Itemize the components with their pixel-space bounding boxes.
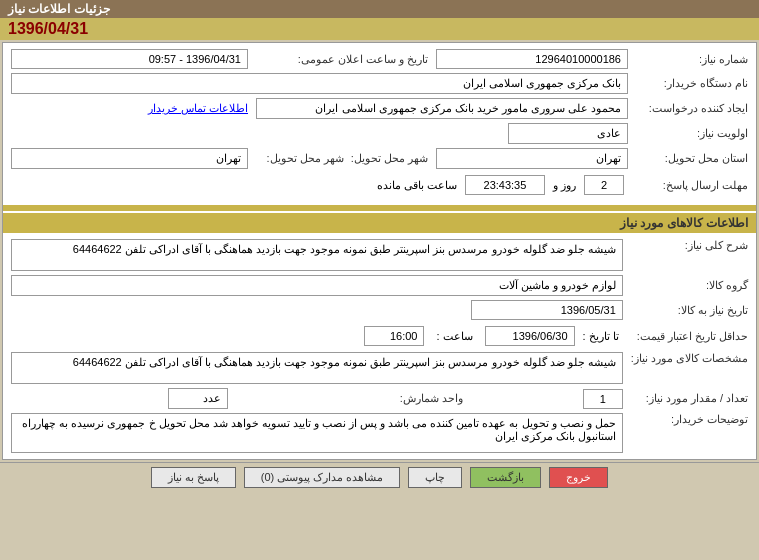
price-date-value: 1396/06/30 xyxy=(485,326,575,346)
bottom-bar: خروج بازگشت چاپ مشاهده مدارک پیوستی (0) … xyxy=(0,462,759,492)
current-date: 1396/04/31 xyxy=(8,20,88,37)
exit-button[interactable]: خروج xyxy=(549,467,608,488)
group-label: گروه کالا: xyxy=(627,273,752,298)
top-bar: جزئیات اطلاعات نیاز xyxy=(0,0,759,18)
buyer-note-value: حمل و نصب و تحویل به عهده تامین کننده می… xyxy=(11,413,623,453)
page-title: جزئیات اطلاعات نیاز xyxy=(8,2,110,16)
delivery-province-label: استان محل تحویل: xyxy=(632,146,752,171)
specs-label: مشخصات کالای مورد نیاز: xyxy=(627,350,752,386)
description-value: شیشه جلو ضد گلوله خودرو مرسدس بنز اسپرین… xyxy=(11,239,623,271)
unit-value: عدد xyxy=(168,388,228,409)
description-label: شرح کلی نیاز: xyxy=(627,237,752,273)
price-time-label: ساعت : xyxy=(428,324,480,348)
priority-label: اولویت نیاز: xyxy=(632,121,752,146)
unit-label: واحد شمارش: xyxy=(232,386,467,411)
goods-section: شرح کلی نیاز: شیشه جلو ضد گلوله خودرو مر… xyxy=(3,233,756,459)
request-number-label: شماره نیاز: xyxy=(632,47,752,71)
requester-label: ایجاد کننده درخواست: xyxy=(632,96,752,121)
reply-button[interactable]: پاسخ به نیاز xyxy=(151,467,236,488)
price-date-label: تا تاریخ : xyxy=(579,324,623,348)
request-number-value: 12964010000186 xyxy=(436,49,628,69)
delivery-province-value: تهران xyxy=(436,148,628,169)
delivery-city-label: شهر محل تحویل: xyxy=(351,152,428,164)
datetime-value: 1396/04/31 - 09:57 xyxy=(11,49,248,69)
price-valid-label: حداقل تاریخ اعتبار قیمت: xyxy=(627,322,752,350)
price-time-value: 16:00 xyxy=(364,326,424,346)
delivery-city-inline-label: شهر محل تحویل: xyxy=(267,152,344,164)
priority-value: عادی xyxy=(508,123,628,144)
delivery-city-value: تهران xyxy=(11,148,248,169)
group-value: لوازم خودرو و ماشین آلات xyxy=(11,275,623,296)
deadline-label: مهلت ارسال پاسخ: xyxy=(632,171,752,199)
deadline-time-label: ساعت باقی مانده xyxy=(373,173,461,197)
buyer-org-value: بانک مرکزی جمهوری اسلامی ایران xyxy=(11,73,628,94)
requester-value: محمود علی سروری مامور خرید بانک مرکزی جم… xyxy=(256,98,628,119)
print-button[interactable]: چاپ xyxy=(408,467,462,488)
date-header: 1396/04/31 xyxy=(0,18,759,40)
datetime-label: تاریخ و ساعت اعلان عمومی: xyxy=(252,47,432,71)
buyer-org-label: نام دستگاه خریدار: xyxy=(632,71,752,96)
goods-section-header: اطلاعات کالاهای مورد نیاز xyxy=(3,213,756,233)
deadline-days-label: روز و xyxy=(549,173,580,197)
buyer-contact-link[interactable]: اطلاعات تماس خریدار xyxy=(148,102,248,114)
need-date-value: 1396/05/31 xyxy=(471,300,623,320)
section-divider xyxy=(3,205,756,211)
quantity-value: 1 xyxy=(583,389,623,409)
header-section: شماره نیاز: 12964010000186 تاریخ و ساعت … xyxy=(3,43,756,203)
deadline-days: 2 xyxy=(584,175,624,195)
specs-value: شیشه جلو ضد گلوله خودرو مرسدس بنز اسپرین… xyxy=(11,352,623,384)
need-date-label: تاریخ نیاز به کالا: xyxy=(627,298,752,322)
back-button[interactable]: بازگشت xyxy=(470,467,541,488)
quantity-label: تعداد / مقدار مورد نیاز: xyxy=(627,386,752,411)
main-content: شماره نیاز: 12964010000186 تاریخ و ساعت … xyxy=(2,42,757,460)
deadline-time: 23:43:35 xyxy=(465,175,545,195)
buyer-note-label: توضیحات خریدار: xyxy=(627,411,752,455)
attach-button[interactable]: مشاهده مدارک پیوستی (0) xyxy=(244,467,401,488)
